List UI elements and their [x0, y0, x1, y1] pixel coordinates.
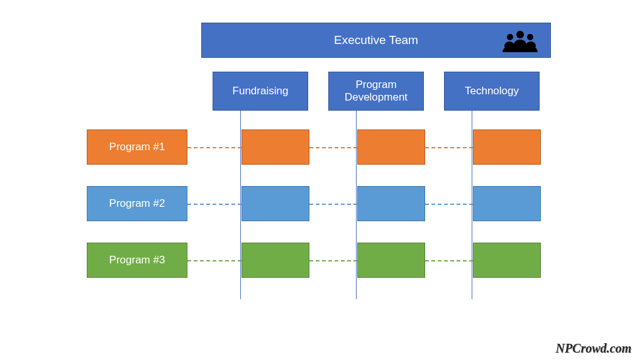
program-1-label: Program #1 [109, 141, 165, 153]
program-2-dash-2 [309, 204, 357, 205]
executive-team-box: Executive Team [201, 23, 551, 58]
program-2-label-box: Program #2 [87, 186, 187, 221]
dept-fundraising-label: Fundraising [233, 85, 289, 97]
dept-program-dev-box: Program Development [328, 72, 424, 111]
dept-program-dev-label: Program Development [329, 79, 423, 103]
program-1-programdev-box [357, 129, 425, 165]
program-3-label-box: Program #3 [87, 243, 187, 278]
program-3-dash-2 [309, 260, 357, 261]
svg-point-1 [507, 34, 513, 40]
program-1-technology-box [473, 129, 541, 165]
program-1-label-box: Program #1 [87, 129, 187, 165]
executive-team-label: Executive Team [334, 33, 418, 47]
svg-point-2 [527, 34, 533, 40]
program-3-dash-1 [187, 260, 242, 261]
program-2-technology-box [473, 186, 541, 221]
program-2-fundraising-box [242, 186, 309, 221]
dept-fundraising-vline [240, 111, 241, 299]
group-icon [501, 28, 539, 53]
program-3-programdev-box [357, 243, 425, 278]
program-1-dash-3 [425, 147, 473, 148]
program-3-dash-3 [425, 260, 473, 261]
program-2-label: Program #2 [109, 197, 165, 210]
dept-programdev-vline [356, 111, 357, 299]
program-3-label: Program #3 [109, 254, 165, 266]
svg-point-0 [516, 31, 524, 38]
program-1-dash-2 [309, 147, 357, 148]
program-3-fundraising-box [242, 243, 309, 278]
dept-technology-box: Technology [444, 72, 540, 111]
dept-fundraising-box: Fundraising [213, 72, 308, 111]
program-2-programdev-box [357, 186, 425, 221]
program-3-technology-box [473, 243, 541, 278]
program-1-dash-1 [187, 147, 242, 148]
footer-credit: NPCrowd.com [555, 341, 631, 356]
program-2-dash-1 [187, 204, 242, 205]
dept-technology-vline [472, 111, 472, 299]
program-2-dash-3 [425, 204, 473, 205]
dept-technology-label: Technology [465, 85, 519, 97]
program-1-fundraising-box [242, 129, 309, 165]
